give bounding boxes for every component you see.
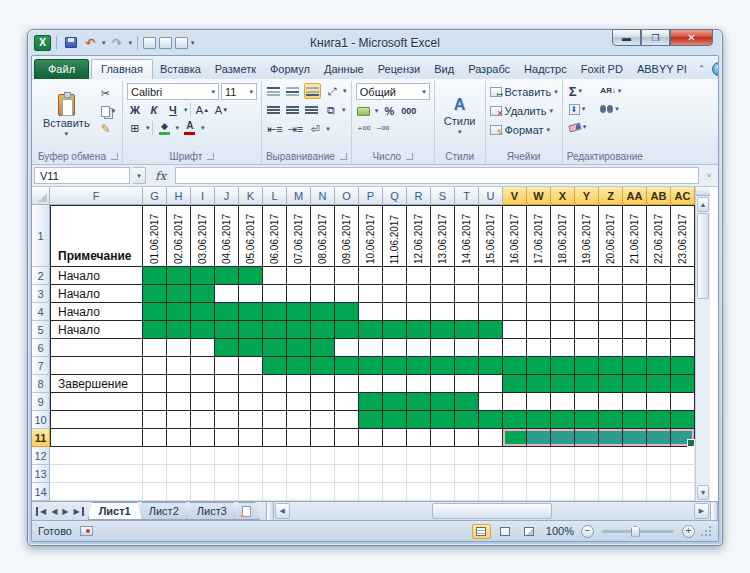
cell-J13[interactable] <box>215 465 239 483</box>
cell-Q13[interactable] <box>383 465 407 483</box>
cell-W12[interactable] <box>527 447 551 465</box>
column-header-T[interactable]: T <box>455 187 479 205</box>
tab-рецензи[interactable]: Рецензи <box>371 60 428 79</box>
cell-G12[interactable] <box>143 447 167 465</box>
undo-icon[interactable]: ↶ <box>82 35 99 51</box>
cell-AB9[interactable] <box>647 393 671 411</box>
cell-X8[interactable] <box>551 375 575 393</box>
row-header-8[interactable]: 8 <box>32 375 50 393</box>
cell-Q1[interactable]: 11.06.2017 <box>383 205 407 267</box>
cell-AC1[interactable]: 23.06.2017 <box>671 205 695 267</box>
cell-N8[interactable] <box>311 375 335 393</box>
cell-J11[interactable] <box>215 429 239 447</box>
cell-L10[interactable] <box>263 411 287 429</box>
cell-V7[interactable] <box>503 357 527 375</box>
cell-G5[interactable] <box>143 321 167 339</box>
cell-X13[interactable] <box>551 465 575 483</box>
cell-U4[interactable] <box>479 303 503 321</box>
row-header-4[interactable]: 4 <box>32 303 50 321</box>
cell-Y8[interactable] <box>575 375 599 393</box>
cell-N2[interactable] <box>311 267 335 285</box>
cell-K6[interactable] <box>239 339 263 357</box>
column-header-Q[interactable]: Q <box>383 187 407 205</box>
cell-Z14[interactable] <box>599 483 623 501</box>
comma-style-button[interactable]: 000 <box>400 103 417 119</box>
cell-U10[interactable] <box>479 411 503 429</box>
cell-V4[interactable] <box>503 303 527 321</box>
tab-надстрс[interactable]: Надстрс <box>517 60 574 79</box>
cell-M11[interactable] <box>287 429 311 447</box>
cell-S5[interactable] <box>431 321 455 339</box>
cell-M9[interactable] <box>287 393 311 411</box>
row-header-13[interactable]: 13 <box>32 465 50 483</box>
cell-X9[interactable] <box>551 393 575 411</box>
cell-S6[interactable] <box>431 339 455 357</box>
cell-L13[interactable] <box>263 465 287 483</box>
cell-Y11[interactable] <box>575 429 599 447</box>
cell-AA3[interactable] <box>623 285 647 303</box>
cell-K5[interactable] <box>239 321 263 339</box>
name-box[interactable]: V11 <box>34 167 130 184</box>
row-header-9[interactable]: 9 <box>32 393 50 411</box>
cell-H13[interactable] <box>167 465 191 483</box>
cell-X1[interactable]: 18.06.2017 <box>551 205 575 267</box>
cell-F3-label[interactable]: Начало <box>50 285 143 303</box>
cell-R13[interactable] <box>407 465 431 483</box>
cell-Y3[interactable] <box>575 285 599 303</box>
cell-S14[interactable] <box>431 483 455 501</box>
page-layout-view-button[interactable] <box>496 524 515 539</box>
tab-главная[interactable]: Главная <box>91 59 153 79</box>
cell-AA10[interactable] <box>623 411 647 429</box>
cell-H7[interactable] <box>167 357 191 375</box>
cell-Q3[interactable] <box>383 285 407 303</box>
sheet-tab-лист1[interactable]: Лист1 <box>88 502 142 520</box>
cell-F9[interactable] <box>50 393 143 411</box>
insert-sheet-button[interactable] <box>234 502 260 520</box>
cell-H11[interactable] <box>167 429 191 447</box>
undo-dropdown-icon[interactable]: ▾ <box>102 39 106 47</box>
cell-G9[interactable] <box>143 393 167 411</box>
column-header-Y[interactable]: Y <box>575 187 599 205</box>
cell-S13[interactable] <box>431 465 455 483</box>
cell-Q11[interactable] <box>383 429 407 447</box>
sheet-tab-лист3[interactable]: Лист3 <box>186 502 238 520</box>
cell-AB6[interactable] <box>647 339 671 357</box>
cell-H12[interactable] <box>167 447 191 465</box>
scroll-down-icon[interactable]: ▼ <box>697 485 709 500</box>
cell-X6[interactable] <box>551 339 575 357</box>
cell-O14[interactable] <box>335 483 359 501</box>
cell-P1[interactable]: 10.06.2017 <box>359 205 383 267</box>
column-header-H[interactable]: H <box>167 187 191 205</box>
cell-W4[interactable] <box>527 303 551 321</box>
cell-J9[interactable] <box>215 393 239 411</box>
cell-AC13[interactable] <box>671 465 695 483</box>
column-header-O[interactable]: O <box>335 187 359 205</box>
cell-AC9[interactable] <box>671 393 695 411</box>
select-all-corner[interactable] <box>32 187 50 205</box>
cell-N12[interactable] <box>311 447 335 465</box>
cell-Q12[interactable] <box>383 447 407 465</box>
cell-N10[interactable] <box>311 411 335 429</box>
cell-AA2[interactable] <box>623 267 647 285</box>
cell-AB10[interactable] <box>647 411 671 429</box>
cell-F1-label[interactable]: Примечание <box>50 205 143 267</box>
horizontal-scroll-track[interactable] <box>291 502 693 520</box>
cell-N1[interactable]: 08.06.2017 <box>311 205 335 267</box>
row-header-7[interactable]: 7 <box>32 357 50 375</box>
cell-M6[interactable] <box>287 339 311 357</box>
cell-F8-label[interactable]: Завершение <box>50 375 143 393</box>
page-break-view-button[interactable] <box>520 524 539 539</box>
sort-filter-button[interactable]: АЯ↓▾ <box>598 83 623 99</box>
cell-O1[interactable]: 09.06.2017 <box>335 205 359 267</box>
cell-T2[interactable] <box>455 267 479 285</box>
insert-cells-button[interactable]: ↦Вставить▾ <box>490 83 558 100</box>
last-sheet-icon[interactable]: ▶ <box>71 507 83 516</box>
normal-view-button[interactable] <box>472 524 491 539</box>
cell-O11[interactable] <box>335 429 359 447</box>
cell-L6[interactable] <box>263 339 287 357</box>
macro-record-icon[interactable] <box>80 526 93 536</box>
cell-F14[interactable] <box>50 483 143 501</box>
cell-I11[interactable] <box>191 429 215 447</box>
row-header-14[interactable]: 14 <box>32 483 50 501</box>
cell-R14[interactable] <box>407 483 431 501</box>
